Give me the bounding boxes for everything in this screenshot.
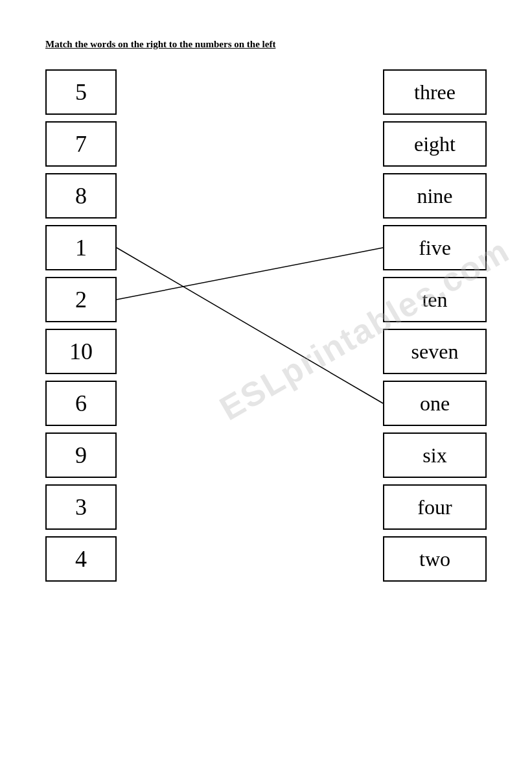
word-box-1: eight <box>383 121 487 167</box>
number-box-3: 1 <box>45 225 117 270</box>
number-box-4: 2 <box>45 277 117 322</box>
word-box-0: three <box>383 69 487 115</box>
number-box-9: 4 <box>45 536 117 582</box>
word-box-3: five <box>383 225 487 270</box>
left-column: 57812106934 <box>45 69 123 582</box>
number-box-7: 9 <box>45 432 117 478</box>
number-box-6: 6 <box>45 381 117 426</box>
word-box-6: one <box>383 381 487 426</box>
instruction-text: Match the words on the right to the numb… <box>45 39 487 50</box>
number-box-1: 7 <box>45 121 117 167</box>
word-box-7: six <box>383 432 487 478</box>
svg-line-0 <box>117 248 383 403</box>
word-box-2: nine <box>383 173 487 219</box>
word-box-5: seven <box>383 329 487 374</box>
right-column: threeeightninefivetensevenonesixfourtwo <box>383 69 487 582</box>
number-box-2: 8 <box>45 173 117 219</box>
page: Match the words on the right to the numb… <box>0 0 532 758</box>
number-box-8: 3 <box>45 484 117 530</box>
word-box-8: four <box>383 484 487 530</box>
svg-line-1 <box>117 248 383 300</box>
matching-area: 57812106934 threeeightninefivetensevenon… <box>45 69 487 582</box>
number-box-0: 5 <box>45 69 117 115</box>
word-box-4: ten <box>383 277 487 322</box>
number-box-5: 10 <box>45 329 117 374</box>
word-box-9: two <box>383 536 487 582</box>
